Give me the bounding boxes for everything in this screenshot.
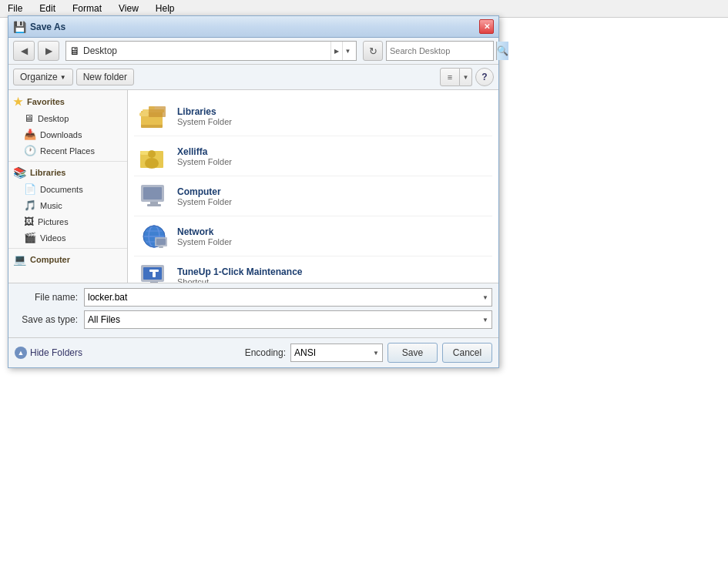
- save-as-type-row: Save as type: All Files ▼: [15, 310, 492, 329]
- svg-rect-11: [143, 187, 162, 199]
- search-button[interactable]: 🔍: [496, 42, 508, 60]
- save-as-type-value: All Files: [88, 314, 120, 325]
- network-file-icon: [139, 223, 169, 250]
- svg-rect-22: [159, 246, 163, 248]
- menu-format[interactable]: Format: [68, 2, 106, 15]
- refresh-button[interactable]: ↻: [363, 41, 383, 61]
- file-name-row: File name: locker.bat ▼: [15, 288, 492, 307]
- dialog-footer: ▲ Hide Folders Encoding: ANSI ▼ Save Can…: [8, 337, 498, 367]
- file-panel: Libraries System Folder: [128, 90, 498, 283]
- dialog-title-icon: 💾: [13, 21, 26, 33]
- form-area: File name: locker.bat ▼ Save as type: Al…: [8, 283, 498, 337]
- footer-right: Encoding: ANSI ▼ Save Cancel: [245, 343, 492, 363]
- view-dropdown-button[interactable]: ▼: [460, 68, 472, 86]
- sidebar-item-documents[interactable]: 📄 Documents: [8, 181, 127, 197]
- new-folder-label: New folder: [83, 72, 127, 82]
- svg-point-8: [148, 150, 156, 158]
- sidebar-item-downloads[interactable]: 📥 Downloads: [8, 126, 127, 142]
- organize-arrow-icon: ▼: [60, 74, 66, 81]
- search-box: 🔍: [386, 41, 494, 61]
- new-folder-button[interactable]: New folder: [76, 69, 134, 85]
- menu-help[interactable]: Help: [151, 2, 179, 15]
- save-label: Save: [402, 347, 423, 358]
- svg-rect-26: [153, 272, 156, 277]
- documents-label: Documents: [40, 185, 83, 194]
- cancel-button[interactable]: Cancel: [442, 343, 492, 363]
- view-button[interactable]: ≡: [440, 68, 460, 86]
- save-as-type-dropdown-icon: ▼: [482, 317, 488, 323]
- xelliffa-item-type: System Folder: [177, 157, 232, 166]
- svg-rect-2: [139, 112, 149, 116]
- libraries-section[interactable]: 📚 Libraries: [8, 164, 127, 181]
- nav-panel: ★ Favorites 🖥 Desktop 📥 Downloads 🕐 Rece…: [8, 90, 128, 283]
- music-icon: 🎵: [24, 199, 36, 211]
- favorites-section[interactable]: ★ Favorites: [8, 93, 127, 110]
- sidebar-item-recent-places[interactable]: 🕐 Recent Places: [8, 142, 127, 159]
- location-arrow-icon: ▶: [330, 42, 342, 60]
- sidebar-item-videos[interactable]: 🎬 Videos: [8, 230, 127, 246]
- desktop-label: Desktop: [38, 114, 69, 123]
- save-as-type-select[interactable]: All Files ▼: [84, 310, 492, 329]
- computer-nav-label: Computer: [30, 255, 70, 264]
- dialog-title-bar: 💾 Save As ✕: [8, 16, 498, 38]
- view-icon: ≡: [448, 72, 452, 82]
- pictures-icon: 🖼: [24, 216, 34, 227]
- hide-folders-button[interactable]: ▲ Hide Folders: [15, 347, 82, 359]
- content-area: ★ Favorites 🖥 Desktop 📥 Downloads 🕐 Rece…: [8, 90, 498, 283]
- encoding-label: Encoding:: [245, 347, 286, 358]
- svg-rect-25: [149, 270, 159, 272]
- svg-rect-13: [147, 204, 161, 206]
- videos-icon: 🎬: [24, 232, 36, 243]
- sidebar-item-music[interactable]: 🎵 Music: [8, 197, 127, 213]
- downloads-label: Downloads: [40, 130, 82, 139]
- cancel-label: Cancel: [453, 347, 481, 358]
- computer-section[interactable]: 💻 Computer: [8, 251, 127, 268]
- favorites-label: Favorites: [27, 97, 65, 106]
- back-button[interactable]: ◀: [13, 41, 35, 61]
- libraries-icon: 📚: [13, 166, 26, 179]
- file-name-input[interactable]: locker.bat ▼: [84, 288, 492, 307]
- file-item-libraries[interactable]: Libraries System Folder: [134, 96, 492, 136]
- help-button[interactable]: ?: [475, 68, 494, 86]
- encoding-select[interactable]: ANSI ▼: [290, 343, 383, 362]
- recent-places-label: Recent Places: [40, 146, 95, 156]
- xelliffa-item-name: Xelliffa: [177, 146, 232, 157]
- libraries-item-type: System Folder: [177, 117, 232, 126]
- file-item-xelliffa[interactable]: Xelliffa System Folder: [134, 136, 492, 176]
- view-dropdown-icon: ▼: [463, 74, 469, 81]
- hide-folders-icon: ▲: [15, 347, 27, 359]
- recent-places-icon: 🕐: [24, 145, 36, 156]
- file-item-tuneup[interactable]: TuneUp 1-Click Maintenance Shortcut: [134, 256, 492, 283]
- file-item-computer[interactable]: Computer System Folder: [134, 176, 492, 216]
- search-input[interactable]: [390, 46, 496, 55]
- view-options: ≡ ▼ ?: [440, 68, 494, 86]
- save-as-dialog: 💾 Save As ✕ ◀ ▶ 🖥 Desktop ▶ ▼ ↻: [8, 15, 499, 368]
- svg-rect-21: [156, 239, 166, 245]
- file-name-dropdown-icon: ▼: [482, 294, 488, 301]
- menu-view[interactable]: View: [114, 2, 143, 15]
- menu-edit[interactable]: Edit: [35, 2, 60, 15]
- file-item-network[interactable]: Network System Folder: [134, 216, 492, 256]
- location-dropdown-button[interactable]: ▼: [342, 42, 353, 60]
- sidebar-item-pictures[interactable]: 🖼 Pictures: [8, 213, 127, 230]
- dialog-close-button[interactable]: ✕: [479, 19, 494, 34]
- music-label: Music: [40, 201, 62, 210]
- save-button[interactable]: Save: [387, 343, 438, 363]
- menu-file[interactable]: File: [3, 2, 27, 15]
- location-text: Desktop: [83, 45, 330, 56]
- svg-point-9: [145, 158, 159, 169]
- encoding-value: ANSI: [294, 347, 316, 358]
- favorites-icon: ★: [13, 96, 23, 108]
- libraries-file-icon: [139, 102, 169, 129]
- forward-button[interactable]: ▶: [38, 41, 59, 61]
- network-item-name: Network: [177, 226, 232, 237]
- organize-button[interactable]: Organize ▼: [13, 69, 73, 85]
- forward-icon: ▶: [45, 45, 52, 56]
- dialog-title-text: Save As: [30, 22, 65, 32]
- libraries-item-name: Libraries: [177, 106, 232, 117]
- tuneup-file-icon: [139, 263, 169, 283]
- tuneup-item-name: TuneUp 1-Click Maintenance: [177, 266, 302, 277]
- location-bar[interactable]: 🖥 Desktop ▶ ▼: [65, 41, 357, 61]
- sidebar-item-desktop[interactable]: 🖥 Desktop: [8, 110, 127, 126]
- computer-item-type: System Folder: [177, 197, 232, 206]
